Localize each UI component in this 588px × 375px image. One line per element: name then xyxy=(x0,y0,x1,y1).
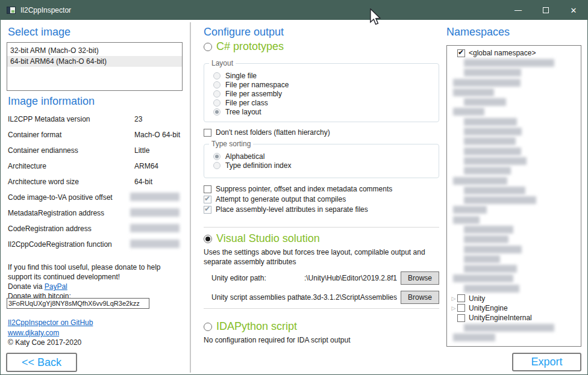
vs-solution-radio-row[interactable]: Visual Studio solution xyxy=(204,232,320,245)
redacted-namespace xyxy=(453,177,507,185)
output-checkbox-row-2[interactable]: Place assembly-level attributes in separ… xyxy=(204,205,368,214)
redacted-namespace xyxy=(464,226,513,234)
title-bar: Il2CppInspector — ✕ xyxy=(1,1,587,20)
layout-option-radio-0[interactable] xyxy=(213,72,220,79)
info-row: MetadataRegistration address xyxy=(8,209,181,218)
unity-script-browse-button[interactable]: Browse xyxy=(401,291,439,304)
output-checkbox-label-0: Suppress pointer, offset and index metad… xyxy=(216,185,392,193)
csharp-prototypes-radio[interactable] xyxy=(204,43,212,51)
donate-line-3: Donate via PayPal xyxy=(8,282,67,291)
redacted-namespace xyxy=(464,246,522,253)
output-checkbox-2[interactable] xyxy=(204,206,211,214)
output-checkbox-row-1[interactable]: Attempt to generate output that compiles xyxy=(204,195,346,203)
redacted-namespace xyxy=(464,157,527,165)
output-checkbox-label-2: Place assembly-level attributes in separ… xyxy=(216,205,368,214)
vs-solution-radio[interactable] xyxy=(204,235,212,243)
csharp-prototypes-radio-row[interactable]: C# prototypes xyxy=(204,40,284,53)
image-listbox[interactable]: 32-bit ARM (Mach-O 32-bit)64-bit ARM64 (… xyxy=(7,42,183,91)
left-divider xyxy=(190,22,191,373)
type-sorting-groupbox: Type sorting AlphabeticalType definition… xyxy=(204,144,439,178)
namespace-row-redacted xyxy=(447,166,581,176)
namespaces-heading: Namespaces xyxy=(446,26,510,39)
export-button[interactable]: Export xyxy=(512,353,581,371)
layout-option-label-0: Single file xyxy=(225,72,257,80)
website-link[interactable]: www.djkaty.com xyxy=(8,329,59,337)
vs-solution-desc-1: Uses the settings above but forces tree … xyxy=(204,248,425,256)
namespace-checkbox[interactable] xyxy=(457,294,465,302)
maximize-button[interactable] xyxy=(532,1,560,20)
idapython-radio-row[interactable]: IDAPython script xyxy=(204,320,297,333)
unity-script-path-value[interactable]: ate.3d-3.1.2\ScriptAssemblies xyxy=(284,293,397,302)
image-list-item-0[interactable]: 32-bit ARM (Mach-O 32-bit) xyxy=(7,45,182,56)
idapython-desc: No configuration required for IDA script… xyxy=(204,336,350,344)
namespace-row-redacted xyxy=(447,185,581,195)
maximize-icon xyxy=(543,7,549,13)
dont-nest-row[interactable]: Don't nest folders (flatten hierarchy) xyxy=(204,128,330,137)
redacted-namespace xyxy=(464,69,521,76)
layout-option-radio-4[interactable] xyxy=(213,108,220,116)
type-sorting-option-row-1[interactable]: Type definition index xyxy=(213,161,435,170)
namespace-row[interactable]: ▷UnityEngine xyxy=(447,303,581,313)
close-button[interactable]: ✕ xyxy=(560,1,587,20)
separator-line-2 xyxy=(204,308,439,309)
dont-nest-checkbox[interactable] xyxy=(204,129,211,137)
namespace-row[interactable]: UnityEngineInternal xyxy=(447,313,581,323)
redacted-namespace xyxy=(453,108,484,116)
layout-option-label-2: File per assembly xyxy=(225,90,282,98)
namespace-row-redacted xyxy=(447,254,581,264)
redacted-namespace xyxy=(453,206,487,214)
unity-editor-browse-button[interactable]: Browse xyxy=(401,271,439,285)
namespace-checkbox[interactable] xyxy=(457,49,465,57)
info-value: Little xyxy=(134,146,149,155)
expander-icon[interactable]: ▷ xyxy=(447,296,457,302)
bitcoin-address-input[interactable] xyxy=(7,298,149,309)
minimize-button[interactable]: — xyxy=(504,1,532,20)
select-image-heading: Select image xyxy=(8,26,70,39)
type-sorting-option-label-1: Type definition index xyxy=(225,161,291,170)
info-row: Il2CppCodeRegistration function xyxy=(8,240,181,250)
namespace-checkbox[interactable] xyxy=(457,314,465,322)
layout-option-radio-2[interactable] xyxy=(213,90,220,98)
info-value: Mach-O 64-bit xyxy=(134,131,180,139)
info-label: Container format xyxy=(8,131,61,139)
expander-icon[interactable]: ▷ xyxy=(447,305,457,311)
namespace-row-redacted xyxy=(447,137,581,146)
namespace-checkbox[interactable] xyxy=(457,304,465,312)
redacted-namespace xyxy=(453,216,480,224)
output-checkbox-label-1: Attempt to generate output that compiles xyxy=(216,195,346,203)
layout-option-radio-1[interactable] xyxy=(213,81,220,88)
type-sorting-option-row-0[interactable]: Alphabetical xyxy=(213,152,435,161)
layout-option-radio-3[interactable] xyxy=(213,99,220,107)
layout-option-row-1[interactable]: File per namespace xyxy=(213,80,435,89)
layout-option-row-4[interactable]: Tree layout xyxy=(213,107,435,116)
type-sorting-option-radio-0[interactable] xyxy=(213,153,220,160)
github-link[interactable]: Il2CppInspector on GitHub xyxy=(8,318,93,327)
type-sorting-option-radio-1[interactable] xyxy=(213,162,220,169)
namespace-label: UnityEngineInternal xyxy=(469,314,532,322)
layout-option-row-2[interactable]: File per assembly xyxy=(213,89,435,98)
output-checkbox-0[interactable] xyxy=(204,185,211,193)
namespace-row-redacted xyxy=(447,97,581,107)
redacted-namespace xyxy=(464,235,508,243)
image-list-item-1[interactable]: 64-bit ARM64 (Mach-O 64-bit) xyxy=(7,56,182,67)
layout-option-row-0[interactable]: Single file xyxy=(213,71,435,80)
idapython-radio[interactable] xyxy=(204,323,212,331)
namespace-row[interactable]: ▷Unity xyxy=(447,293,581,303)
output-checkbox-row-0[interactable]: Suppress pointer, offset and index metad… xyxy=(204,185,392,193)
namespace-row-redacted xyxy=(447,176,581,185)
donate-line-2: support its continued development! xyxy=(8,273,120,281)
redacted-value xyxy=(130,208,180,217)
redacted-namespace xyxy=(464,285,519,293)
redacted-namespace xyxy=(464,324,554,332)
redacted-value xyxy=(130,240,180,248)
layout-option-row-3[interactable]: File per class xyxy=(213,98,435,107)
output-checkbox-1[interactable] xyxy=(204,196,211,203)
back-button[interactable]: << Back xyxy=(6,353,77,372)
redacted-namespace xyxy=(464,137,516,145)
info-row: Container formatMach-O 64-bit xyxy=(8,131,181,140)
copyright-text: © Katy Coe 2017-2020 xyxy=(8,338,81,347)
namespaces-tree[interactable]: <global namespace>▷Unity▷UnityEngineUnit… xyxy=(446,45,581,347)
paypal-link[interactable]: PayPal xyxy=(45,282,67,291)
namespace-row[interactable]: <global namespace> xyxy=(447,48,581,58)
unity-editor-path-value[interactable]: :\Unity\Hub\Editor\2019.2.8f1 xyxy=(284,274,397,282)
